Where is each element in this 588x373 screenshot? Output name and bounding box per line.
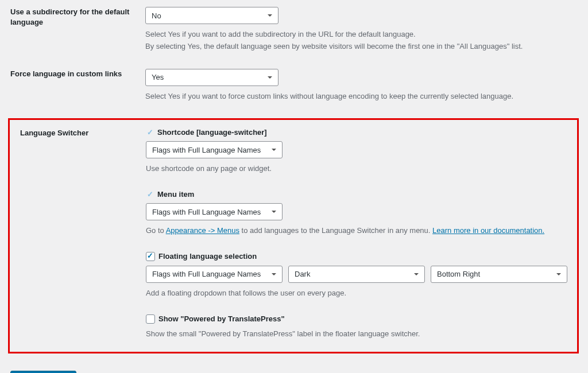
label-powered-by: Show "Powered by TranslatePress" <box>158 314 285 323</box>
select-force-language[interactable]: Yes <box>145 69 278 86</box>
label-floating: Floating language selection <box>158 252 257 261</box>
label-force-language: Force language in custom links <box>10 69 145 79</box>
select-shortcode-format[interactable]: Flags with Full Language Names <box>146 141 283 158</box>
save-button[interactable]: Save Changes <box>10 371 76 373</box>
language-switcher-highlight: Language Switcher ✓ Shortcode [language-… <box>8 118 579 353</box>
label-language-switcher: Language Switcher <box>11 128 146 138</box>
label-menu-item: Menu item <box>157 190 194 199</box>
desc-powered-by: Show the small "Powered by TranslatePres… <box>146 328 569 340</box>
check-icon: ✓ <box>146 129 154 137</box>
label-shortcode: Shortcode [language-switcher] <box>157 128 267 137</box>
link-appearance-menus[interactable]: Appearance -> Menus <box>166 226 239 235</box>
row-subdirectory: Use a subdirectory for the default langu… <box>10 7 578 53</box>
block-menu-item: ✓ Menu item Flags with Full Language Nam… <box>146 190 569 237</box>
controls-subdirectory: No Select Yes if you want to add the sub… <box>145 7 578 53</box>
select-menu-format[interactable]: Flags with Full Language Names <box>146 203 283 220</box>
checkbox-floating[interactable] <box>146 252 155 261</box>
select-subdirectory[interactable]: No <box>145 7 278 24</box>
controls-language-switcher: ✓ Shortcode [language-switcher] Flags wi… <box>146 128 569 345</box>
controls-force-language: Yes Select Yes if you want to force cust… <box>145 69 578 103</box>
block-powered-by: Show "Powered by TranslatePress" Show th… <box>146 314 569 340</box>
select-floating-theme[interactable]: Dark <box>288 266 425 283</box>
block-shortcode: ✓ Shortcode [language-switcher] Flags wi… <box>146 128 569 175</box>
row-force-language: Force language in custom links Yes Selec… <box>10 69 578 103</box>
label-subdirectory: Use a subdirectory for the default langu… <box>10 7 145 28</box>
checkbox-powered-by[interactable] <box>146 314 155 324</box>
desc-subdirectory: Select Yes if you want to add the subdir… <box>145 29 578 53</box>
desc-menu-item: Go to Appearance -> Menus to add languag… <box>146 225 569 237</box>
check-icon: ✓ <box>146 191 154 199</box>
select-floating-format[interactable]: Flags with Full Language Names <box>146 266 283 283</box>
desc-force-language: Select Yes if you want to force custom l… <box>145 91 578 103</box>
select-floating-position[interactable]: Bottom Right <box>431 266 567 283</box>
desc-shortcode: Use shortcode on any page or widget. <box>146 163 569 175</box>
row-language-switcher: Language Switcher ✓ Shortcode [language-… <box>11 128 569 345</box>
desc-floating: Add a floating dropdown that follows the… <box>146 287 569 300</box>
block-floating: Floating language selection Flags with F… <box>146 252 569 300</box>
link-documentation[interactable]: Learn more in our documentation. <box>432 226 544 235</box>
